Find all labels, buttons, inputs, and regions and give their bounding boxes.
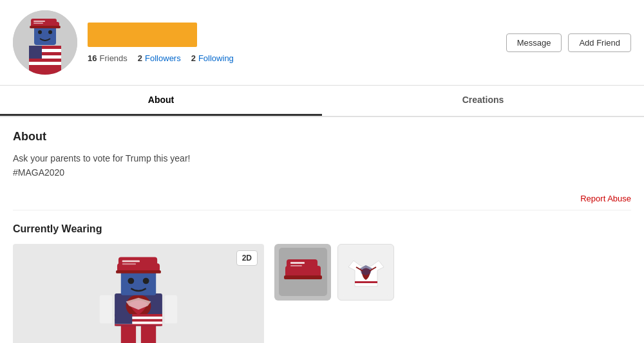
svg-rect-26 <box>122 261 140 263</box>
about-line1: Ask your parents to vote for Trump this … <box>13 151 631 165</box>
svg-rect-25 <box>116 270 161 273</box>
wearing-container: 2D <box>13 244 631 343</box>
report-abuse-row: Report Abuse <box>13 193 631 210</box>
currently-wearing-title: Currently Wearing <box>13 223 631 235</box>
followers-count: 2 <box>138 53 142 63</box>
svg-rect-39 <box>355 281 377 283</box>
view-toggle-button[interactable]: 2D <box>236 250 258 266</box>
svg-point-7 <box>38 30 42 34</box>
profile-header: 16 Friends 2 Followers 2 Following Messa… <box>0 0 644 86</box>
report-abuse-link[interactable]: Report Abuse <box>580 194 631 203</box>
svg-point-21 <box>128 278 134 284</box>
page-wrapper: 16 Friends 2 Followers 2 Following Messa… <box>0 0 644 343</box>
svg-rect-27 <box>122 264 136 265</box>
svg-point-8 <box>48 30 52 34</box>
svg-rect-4 <box>29 62 61 65</box>
tabs-container: About Creations <box>0 86 644 117</box>
tab-about[interactable]: About <box>0 86 322 116</box>
svg-point-22 <box>143 278 149 284</box>
add-friend-button[interactable]: Add Friend <box>568 33 631 52</box>
avatar-image <box>13 10 77 75</box>
svg-rect-31 <box>115 314 132 324</box>
friends-count: 16 <box>88 53 97 63</box>
svg-rect-11 <box>30 26 61 28</box>
friends-stat: 16 Friends <box>88 53 128 63</box>
followers-stat: 2 Followers <box>138 53 181 63</box>
svg-rect-13 <box>33 23 43 24</box>
content-area: About Ask your parents to vote for Trump… <box>0 117 644 343</box>
about-title: About <box>13 130 631 144</box>
following-count: 2 <box>191 53 196 63</box>
avatar <box>13 10 77 75</box>
character-3d <box>87 248 190 343</box>
about-text: Ask your parents to vote for Trump this … <box>13 151 631 180</box>
profile-actions: Message Add Friend <box>506 33 631 52</box>
hat-item-image <box>279 248 327 296</box>
svg-rect-40 <box>355 284 377 285</box>
svg-rect-5 <box>29 46 42 59</box>
svg-rect-16 <box>100 295 112 324</box>
followers-link[interactable]: Followers <box>145 53 181 63</box>
about-line2: #MAGA2020 <box>13 165 631 180</box>
character-preview: 2D <box>13 244 264 343</box>
username-bar <box>88 23 197 47</box>
item-card-shirt[interactable] <box>337 244 394 301</box>
items-grid <box>274 244 394 301</box>
svg-rect-17 <box>165 295 177 324</box>
shirt-item-image <box>342 248 390 296</box>
friends-label: Friends <box>99 53 127 63</box>
svg-rect-35 <box>284 275 322 279</box>
following-link[interactable]: Following <box>198 53 234 63</box>
item-card-hat[interactable] <box>274 244 331 301</box>
tab-creations[interactable]: Creations <box>322 86 644 116</box>
profile-info: 16 Friends 2 Followers 2 Following <box>88 23 496 63</box>
svg-rect-12 <box>33 21 45 22</box>
svg-rect-37 <box>290 265 302 266</box>
message-button[interactable]: Message <box>506 33 562 52</box>
stats-row: 16 Friends 2 Followers 2 Following <box>88 53 496 63</box>
svg-rect-36 <box>290 262 305 264</box>
following-stat: 2 Following <box>191 53 234 63</box>
